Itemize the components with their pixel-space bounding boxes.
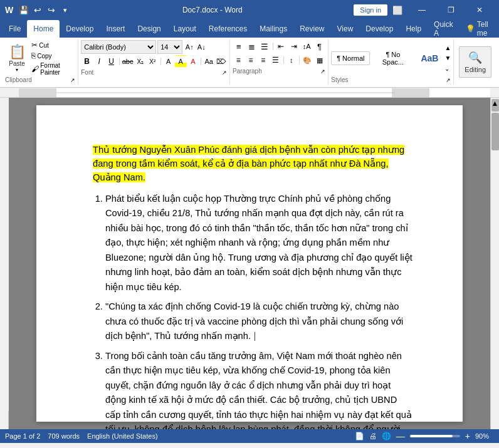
cut-button[interactable]: ✂ Cut xyxy=(30,40,75,50)
highlight-color-button[interactable]: A xyxy=(175,55,187,68)
styles-down-icon[interactable]: ▼ xyxy=(444,55,451,61)
align-right-button[interactable]: ≡ xyxy=(257,54,269,66)
tab-help[interactable]: Help xyxy=(399,20,428,38)
numbering-button[interactable]: ≣ xyxy=(246,40,258,53)
font-row1: Calibri (Body) 14 A↑ A↓ xyxy=(81,40,227,54)
tab-home[interactable]: Home xyxy=(27,20,60,38)
paragraph-expand-icon[interactable]: ↗ xyxy=(320,68,325,75)
clipboard-group-footer: Clipboard ↗ xyxy=(5,76,75,83)
clear-formatting-button[interactable]: ⌦ xyxy=(216,55,228,68)
read-mode-button[interactable]: 📄 xyxy=(355,432,364,440)
font-color-button[interactable]: A xyxy=(187,55,199,68)
shading-button[interactable]: 🎨 xyxy=(302,54,313,66)
change-case-button[interactable]: Aa xyxy=(203,55,215,68)
tab-develop[interactable]: Develop xyxy=(60,20,100,38)
styles-scroll-buttons[interactable]: ▲ ▼ ⌄ xyxy=(444,43,451,74)
bullets-button[interactable]: ≡ xyxy=(233,40,244,53)
style-nospacing[interactable]: ¶ No Spac... xyxy=(371,48,414,69)
tab-develop2[interactable]: Develop xyxy=(359,20,399,38)
editing-button[interactable]: 🔍 Editing xyxy=(459,46,491,78)
sort-button[interactable]: ↕A xyxy=(300,40,312,53)
format-painter-button[interactable]: 🖌 Format Painter xyxy=(30,61,75,76)
tab-review[interactable]: Review xyxy=(293,20,330,38)
zoom-percent[interactable]: 90% xyxy=(475,432,494,440)
clipboard-expand-icon[interactable]: ↗ xyxy=(70,77,75,83)
styles-expand-dialog-icon[interactable]: ↗ xyxy=(446,77,451,83)
line-spacing-button[interactable]: ↕ xyxy=(286,54,298,66)
bold-button[interactable]: B xyxy=(81,55,93,68)
paste-button[interactable]: 📋 Paste ▾ xyxy=(5,40,29,76)
tab-insert[interactable]: Insert xyxy=(100,20,131,38)
svg-rect-1 xyxy=(19,88,56,97)
print-layout-button[interactable]: 🖨 xyxy=(369,432,377,440)
styles-expand-icon[interactable]: ⌄ xyxy=(444,65,451,72)
tab-file[interactable]: File xyxy=(3,20,27,38)
align-left-button[interactable]: ≡ xyxy=(233,54,244,66)
strikethrough-button[interactable]: abc xyxy=(122,55,134,68)
save-icon[interactable]: 💾 xyxy=(18,4,29,16)
web-layout-button[interactable]: 🌐 xyxy=(382,432,391,440)
tab-quickaccess[interactable]: Quick A xyxy=(428,20,460,38)
ribbon-tabs: File Home Develop Insert Design Layout R… xyxy=(0,20,499,38)
align-center-button[interactable]: ≡ xyxy=(245,54,257,66)
document-container[interactable]: Thủ tướng Nguyễn Xuân Phúc đánh giá dịch… xyxy=(0,98,499,429)
language-indicator[interactable]: English (United States) xyxy=(87,432,158,440)
styles-up-icon[interactable]: ▲ xyxy=(444,44,451,51)
justify-button[interactable]: ☰ xyxy=(270,54,281,66)
italic-button[interactable]: I xyxy=(93,55,105,68)
subscript-button[interactable]: X₂ xyxy=(134,55,146,68)
maximize-button[interactable]: ❐ xyxy=(436,0,465,20)
clipboard-buttons: ✂ Cut ⎘ Copy 🖌 Format Painter xyxy=(30,40,75,76)
zoom-in-button[interactable]: + xyxy=(465,431,470,441)
close-button[interactable]: ✕ xyxy=(465,0,494,20)
minimize-button[interactable]: — xyxy=(407,0,436,20)
tab-mailings[interactable]: Mailings xyxy=(253,20,293,38)
paragraph-group-footer: Paragraph ↗ xyxy=(233,68,325,75)
tab-view[interactable]: View xyxy=(331,20,360,38)
decrease-font-button[interactable]: A↓ xyxy=(196,41,207,53)
decrease-indent-button[interactable]: ⇤ xyxy=(275,40,286,53)
increase-font-button[interactable]: A↑ xyxy=(184,41,195,53)
copy-button[interactable]: ⎘ Copy xyxy=(30,51,75,61)
tab-layout[interactable]: Layout xyxy=(167,20,202,38)
font-group: Calibri (Body) 14 A↑ A↓ B I U abc X₂ X² xyxy=(78,39,230,85)
superscript-button[interactable]: X² xyxy=(147,55,159,68)
tab-design[interactable]: Design xyxy=(131,20,167,38)
paste-label: Paste xyxy=(9,60,25,67)
paragraph-label: Paragraph xyxy=(233,68,262,75)
text-cursor xyxy=(255,332,255,341)
tab-share[interactable]: 👤Share xyxy=(495,20,499,38)
style-heading1[interactable]: AaB xyxy=(416,50,443,66)
increase-indent-button[interactable]: ⇥ xyxy=(288,40,300,53)
styles-gallery: ¶ Normal ¶ No Spac... AaB ▲ ▼ ⌄ xyxy=(331,40,451,76)
intro-paragraph: Thủ tướng Nguyễn Xuân Phúc đánh giá dịch… xyxy=(93,143,412,184)
restore-window-icon[interactable]: ⬜ xyxy=(392,6,402,15)
vertical-scrollbar[interactable]: ▲ xyxy=(490,98,499,429)
tab-references[interactable]: References xyxy=(202,20,253,38)
editing-group: 🔍 Editing xyxy=(454,39,496,85)
page-info: Page 1 of 2 xyxy=(5,432,40,440)
document-page[interactable]: Thủ tướng Nguyễn Xuân Phúc đánh giá dịch… xyxy=(36,105,463,422)
multilevel-button[interactable]: ☰ xyxy=(258,40,270,53)
font-expand-icon[interactable]: ↗ xyxy=(222,70,227,76)
zoom-slider-fill xyxy=(410,435,453,437)
style-normal[interactable]: ¶ Normal xyxy=(331,51,370,65)
zoom-slider[interactable] xyxy=(410,435,460,437)
customize-icon[interactable]: ▾ xyxy=(60,4,71,16)
underline-button[interactable]: U xyxy=(105,55,117,68)
show-formatting-button[interactable]: ¶ xyxy=(313,40,325,53)
undo-icon[interactable]: ↩ xyxy=(32,4,43,16)
borders-button[interactable]: ▦ xyxy=(314,54,326,66)
paste-dropdown-icon[interactable]: ▾ xyxy=(16,67,18,73)
scrollbar-thumb[interactable] xyxy=(491,113,499,150)
scrollbar-up-arrow[interactable]: ▲ xyxy=(491,99,499,112)
font-name-select[interactable]: Calibri (Body) xyxy=(81,40,156,54)
paragraph-group: ≡ ≣ ☰ ⇤ ⇥ ↕A ¶ ≡ ≡ ≡ ☰ ↕ 🎨 ▦ Par xyxy=(230,39,328,85)
text-effects-button[interactable]: A xyxy=(162,55,174,68)
font-size-select[interactable]: 14 xyxy=(157,40,182,54)
ruler xyxy=(19,88,490,97)
tab-tellme[interactable]: 💡Tell me xyxy=(460,20,495,38)
zoom-out-button[interactable]: — xyxy=(396,431,405,441)
redo-icon[interactable]: ↪ xyxy=(46,4,57,16)
signin-button[interactable]: Sign in xyxy=(354,4,387,16)
